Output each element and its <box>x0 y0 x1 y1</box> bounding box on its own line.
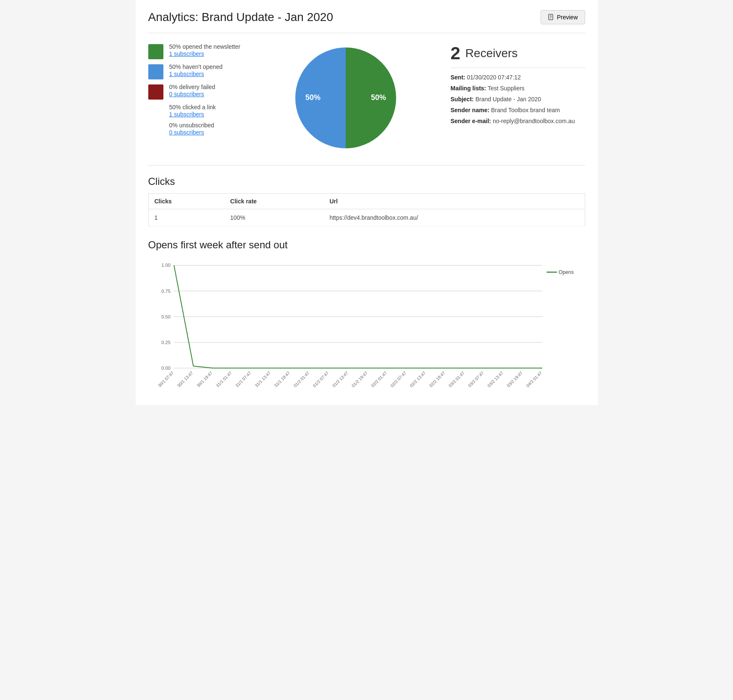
stat-description-4: 0% unsubscribed <box>169 122 241 129</box>
stat-color-box-1 <box>148 64 163 79</box>
clicks-section: Clicks ClicksClick rateUrl 1100%https://… <box>148 176 585 226</box>
clicks-table: ClicksClick rateUrl 1100%https://dev4.br… <box>148 193 585 226</box>
stat-text-1: 50% haven't opened1 subscribers <box>169 63 223 77</box>
clicks-table-header-row: ClicksClick rateUrl <box>148 194 585 209</box>
chart-x-label-14: 02/2 19:47 <box>428 371 446 388</box>
chart-x-label-15: 03/2 01:47 <box>448 371 465 388</box>
sent-row: Sent: 01/30/2020 07:47:12 <box>451 74 585 81</box>
stat-link-2[interactable]: 0 subscribers <box>169 91 204 97</box>
stat-row-1: 50% haven't opened1 subscribers <box>148 63 241 79</box>
clicks-cell-0-2: https://dev4.brandtoolbox.com.au/ <box>323 209 585 226</box>
receivers-divider <box>451 68 585 68</box>
pie-label-1: 50% <box>305 93 320 102</box>
stat-row-3: 50% clicked a link1 subscribers <box>148 104 241 118</box>
chart-y-label-4: 0.00 <box>161 366 171 371</box>
stat-link-4[interactable]: 0 subscribers <box>169 129 204 136</box>
chart-x-label-1: 30/1 13:47 <box>176 371 194 388</box>
line-chart-svg: 1.000.750.500.250.0030/1 07:4730/1 13:47… <box>148 257 585 394</box>
clicks-title: Clicks <box>148 176 585 187</box>
line-chart-container: 1.000.750.500.250.0030/1 07:4730/1 13:47… <box>148 257 585 395</box>
chart-x-label-19: 04/2 01:47 <box>525 371 543 388</box>
chart-x-label-12: 02/2 07:47 <box>389 371 407 388</box>
chart-x-label-18: 03/2 19:47 <box>506 371 523 388</box>
stat-text-0: 50% opened the newsletter1 subscribers <box>169 43 241 57</box>
sender-email-row: Sender e-mail: no-reply@brandtoolbox.com… <box>451 118 585 124</box>
chart-x-label-11: 02/2 01:47 <box>370 371 388 388</box>
chart-y-label-2: 0.50 <box>161 314 171 319</box>
page-header: Analytics: Brand Update - Jan 2020 Previ… <box>148 10 585 24</box>
chart-x-label-5: 31/1 13:47 <box>254 371 271 388</box>
chart-x-label-3: 31/1 01:47 <box>215 371 233 388</box>
chart-x-label-6: 31/1 19:47 <box>273 371 291 388</box>
chart-y-label-1: 0.75 <box>161 289 171 294</box>
chart-x-label-0: 30/1 07:47 <box>157 371 174 388</box>
chart-x-label-17: 03/2 13:47 <box>486 371 504 388</box>
clicks-divider <box>148 165 585 166</box>
preview-icon <box>548 14 554 21</box>
clicks-table-body: 1100%https://dev4.brandtoolbox.com.au/ <box>148 209 585 226</box>
chart-x-label-10: 01/2 19:47 <box>351 371 368 388</box>
preview-button[interactable]: Preview <box>541 10 585 24</box>
receivers-count: 2 Receivers <box>451 43 585 63</box>
opens-section: Opens first week after send out 1.000.75… <box>148 239 585 395</box>
page-container: Analytics: Brand Update - Jan 2020 Previ… <box>136 0 598 405</box>
chart-y-label-0: 1.00 <box>161 263 171 268</box>
stat-description-3: 50% clicked a link <box>169 104 241 111</box>
clicks-col-header-1: Click rate <box>224 194 323 209</box>
stat-color-box-0 <box>148 44 163 59</box>
stat-text-2: 0% delivery failed0 subscribers <box>169 84 215 97</box>
mailing-lists-row: Mailing lists: Test Suppliers <box>451 85 585 92</box>
table-row: 1100%https://dev4.brandtoolbox.com.au/ <box>148 209 585 226</box>
chart-x-label-8: 01/2 07:47 <box>312 371 329 388</box>
header-divider <box>148 33 585 33</box>
stat-description-0: 50% opened the newsletter <box>169 43 241 50</box>
stat-color-box-2 <box>148 84 163 100</box>
stat-row-2: 0% delivery failed0 subscribers <box>148 84 241 100</box>
stat-link-1[interactable]: 1 subscribers <box>169 71 204 77</box>
stat-description-1: 50% haven't opened <box>169 63 223 70</box>
stat-link-0[interactable]: 1 subscribers <box>169 50 204 57</box>
analytics-top: 50% opened the newsletter1 subscribers50… <box>148 43 585 153</box>
stats-left: 50% opened the newsletter1 subscribers50… <box>148 43 241 153</box>
stat-description-2: 0% delivery failed <box>169 84 215 90</box>
chart-legend-label: Opens <box>558 269 573 275</box>
opens-title: Opens first week after send out <box>148 239 585 251</box>
chart-x-label-4: 31/1 07:47 <box>234 371 252 388</box>
sender-name-row: Sender name: Brand Toolbox brand team <box>451 107 585 113</box>
subject-row: Subject: Brand Update - Jan 2020 <box>451 96 585 103</box>
pie-chart: 50%50% <box>291 43 400 153</box>
chart-y-label-3: 0.25 <box>161 340 171 345</box>
clicks-cell-0-1: 100% <box>224 209 323 226</box>
chart-x-label-13: 02/2 13:47 <box>409 371 426 388</box>
chart-x-label-2: 30/1 19:47 <box>196 371 213 388</box>
pie-chart-area: 50%50% <box>257 43 434 153</box>
clicks-table-head: ClicksClick rateUrl <box>148 194 585 209</box>
pie-label-0: 50% <box>370 93 386 102</box>
clicks-cell-0-0: 1 <box>148 209 224 226</box>
chart-x-label-9: 01/2 13:47 <box>331 371 349 388</box>
clicks-col-header-0: Clicks <box>148 194 224 209</box>
chart-x-label-7: 01/2 01:47 <box>292 371 310 388</box>
page-title: Analytics: Brand Update - Jan 2020 <box>148 11 333 24</box>
stat-row-0: 50% opened the newsletter1 subscribers <box>148 43 241 59</box>
stat-row-4: 0% unsubscribed0 subscribers <box>148 122 241 136</box>
receivers-area: 2 Receivers Sent: 01/30/2020 07:47:12 Ma… <box>451 43 585 153</box>
stat-link-3[interactable]: 1 subscribers <box>169 111 204 118</box>
clicks-col-header-2: Url <box>323 194 585 209</box>
chart-x-label-16: 03/2 07:47 <box>467 371 485 388</box>
